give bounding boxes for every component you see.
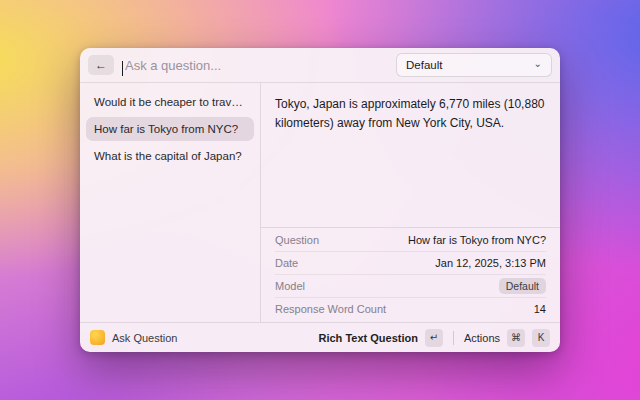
sidebar-item-travel-europe[interactable]: Would it be cheaper to travel to Euro… bbox=[86, 90, 254, 114]
metadata-row-date: Date Jan 12, 2025, 3:13 PM bbox=[275, 251, 546, 274]
metadata-row-word-count: Response Word Count 14 bbox=[275, 297, 546, 320]
model-badge: Default bbox=[499, 278, 546, 294]
ask-question-window: ← Default ⌄ Would it be cheaper to trave… bbox=[80, 48, 560, 352]
metadata-value: Jan 12, 2025, 3:13 PM bbox=[435, 257, 546, 269]
footer-bar: Ask Question Rich Text Question ↵ Action… bbox=[80, 322, 560, 352]
footer-app-label: Ask Question bbox=[112, 332, 177, 344]
footer-divider bbox=[453, 331, 454, 345]
header-bar: ← Default ⌄ bbox=[80, 48, 560, 82]
extension-icon bbox=[90, 330, 105, 345]
sidebar-item-tokyo-nyc[interactable]: How far is Tokyo from NYC? bbox=[86, 117, 254, 141]
metadata-row-question: Question How far is Tokyo from NYC? bbox=[275, 228, 546, 251]
metadata-label: Response Word Count bbox=[275, 303, 386, 315]
text-caret bbox=[122, 61, 123, 76]
back-button[interactable]: ← bbox=[88, 55, 114, 75]
command-key-icon: ⌘ bbox=[507, 329, 525, 347]
question-history-sidebar: Would it be cheaper to travel to Euro… H… bbox=[80, 83, 261, 322]
model-dropdown[interactable]: Default ⌄ bbox=[396, 53, 552, 77]
window-body: Would it be cheaper to travel to Euro… H… bbox=[80, 83, 560, 322]
back-arrow-icon: ← bbox=[95, 58, 107, 72]
primary-action-button[interactable]: Rich Text Question bbox=[319, 332, 418, 344]
sidebar-item-capital-japan[interactable]: What is the capital of Japan? bbox=[86, 144, 254, 168]
ask-question-input[interactable] bbox=[122, 58, 388, 73]
k-key-icon: K bbox=[532, 329, 550, 347]
search-field-wrap bbox=[122, 58, 388, 73]
model-dropdown-value: Default bbox=[406, 59, 442, 71]
metadata-label: Date bbox=[275, 257, 298, 269]
metadata-value: How far is Tokyo from NYC? bbox=[408, 234, 546, 246]
chevron-down-icon: ⌄ bbox=[534, 59, 542, 69]
return-key-icon: ↵ bbox=[425, 329, 443, 347]
metadata-section: Question How far is Tokyo from NYC? Date… bbox=[261, 227, 560, 322]
detail-panel: Tokyo, Japan is approximately 6,770 mile… bbox=[261, 83, 560, 322]
metadata-label: Question bbox=[275, 234, 319, 246]
metadata-label: Model bbox=[275, 280, 305, 292]
metadata-row-model: Model Default bbox=[275, 274, 546, 297]
actions-button[interactable]: Actions bbox=[464, 332, 500, 344]
answer-text: Tokyo, Japan is approximately 6,770 mile… bbox=[261, 83, 560, 227]
metadata-value: 14 bbox=[534, 303, 546, 315]
